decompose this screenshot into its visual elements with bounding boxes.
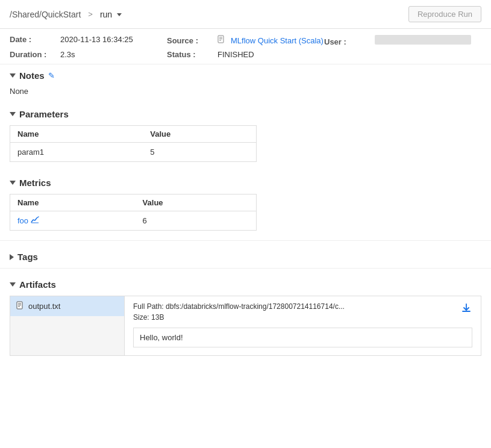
user-label: User : [324, 37, 372, 46]
artifact-size: Size: 13B [133, 313, 472, 322]
params-col-name: Name [10, 126, 143, 143]
metric-name-link[interactable]: foo [17, 216, 28, 225]
duration-label: Duration : [10, 50, 58, 59]
metric-chart-icon[interactable] [31, 216, 39, 225]
artifact-path: Full Path: dbfs:/databricks/mlflow-track… [133, 302, 472, 311]
reproduce-run-button[interactable]: Reproduce Run [408, 6, 481, 22]
status-cell: Status : FINISHED [167, 50, 324, 59]
source-cell: Source : MLflow Quick Start (Scala) [167, 35, 324, 46]
user-value [375, 35, 471, 45]
date-value: 2020-11-13 16:34:25 [60, 35, 133, 44]
parameters-section: Parameters [0, 103, 491, 119]
notes-chevron [10, 73, 16, 78]
tags-chevron [10, 254, 14, 260]
tags-title: Tags [17, 252, 38, 262]
param-value: 5 [143, 143, 256, 162]
size-value: 13B [151, 313, 164, 322]
artifact-detail: Full Path: dbfs:/databricks/mlflow-track… [125, 296, 481, 355]
parameters-title: Parameters [19, 109, 69, 119]
artifacts-content: output.txt Full Path: dbfs:/databricks/m… [10, 296, 481, 356]
meta-info: Date : 2020-11-13 16:34:25 Source : MLfl… [0, 29, 491, 64]
full-path-label: Full Path: [133, 302, 164, 311]
breadcrumb-sep: > [88, 10, 93, 19]
duration-value: 2.3s [60, 50, 75, 59]
metric-value: 6 [136, 211, 257, 231]
metrics-table: Name Value foo6 [10, 194, 257, 231]
artifacts-tree: output.txt [10, 296, 125, 355]
artifacts-chevron [10, 282, 16, 287]
metrics-section: Metrics [0, 172, 491, 188]
metrics-col-name: Name [10, 194, 136, 211]
artifact-file-icon [16, 301, 25, 311]
table-row: foo6 [10, 211, 257, 231]
metrics-chevron [10, 181, 16, 185]
artifacts-section: Artifacts output.txt Full Path: dbfs:/da… [0, 273, 491, 356]
metrics-title: Metrics [19, 178, 51, 188]
notes-edit-icon[interactable]: ✎ [48, 71, 55, 80]
date-label: Date : [10, 35, 58, 44]
download-icon[interactable] [460, 302, 472, 317]
metrics-header[interactable]: Metrics [10, 178, 481, 188]
notes-header[interactable]: Notes ✎ [10, 70, 481, 81]
artifacts-title: Artifacts [19, 279, 56, 290]
tags-section: Tags [0, 246, 491, 262]
metric-name-cell: foo [10, 211, 136, 231]
table-row: param15 [10, 143, 257, 162]
parameters-header[interactable]: Parameters [10, 109, 481, 119]
artifact-filename: output.txt [28, 302, 60, 311]
breadcrumb: /Shared/QuickStart [10, 10, 81, 19]
status-label: Status : [167, 50, 215, 59]
params-col-value: Value [143, 126, 256, 143]
tags-header[interactable]: Tags [10, 252, 481, 262]
full-path-value: dbfs:/databricks/mlflow-tracking/1728007… [166, 302, 345, 311]
notes-content: None [0, 87, 491, 103]
artifact-content-box: Hello, world! [133, 328, 472, 347]
parameters-table: Name Value param15 [10, 125, 257, 162]
source-link[interactable]: MLflow Quick Start (Scala) [231, 36, 324, 45]
artifacts-header[interactable]: Artifacts [10, 279, 481, 290]
size-label: Size: [133, 313, 149, 322]
artifact-file-item[interactable]: output.txt [10, 296, 124, 316]
top-bar: /Shared/QuickStart > run Reproduce Run [0, 0, 491, 29]
run-dropdown-chevron[interactable] [117, 13, 122, 16]
param-name: param1 [10, 143, 143, 162]
parameters-chevron [10, 112, 16, 116]
duration-cell: Duration : 2.3s [10, 50, 167, 59]
status-value: FINISHED [217, 50, 254, 59]
metrics-col-value: Value [136, 194, 257, 211]
user-cell: User : [324, 35, 481, 46]
notes-section: Notes ✎ [0, 64, 491, 81]
run-label: run [100, 10, 122, 19]
date-cell: Date : 2020-11-13 16:34:25 [10, 35, 167, 46]
notes-title: Notes [19, 70, 45, 81]
source-label: Source : [167, 36, 215, 45]
source-file-icon [217, 35, 226, 43]
